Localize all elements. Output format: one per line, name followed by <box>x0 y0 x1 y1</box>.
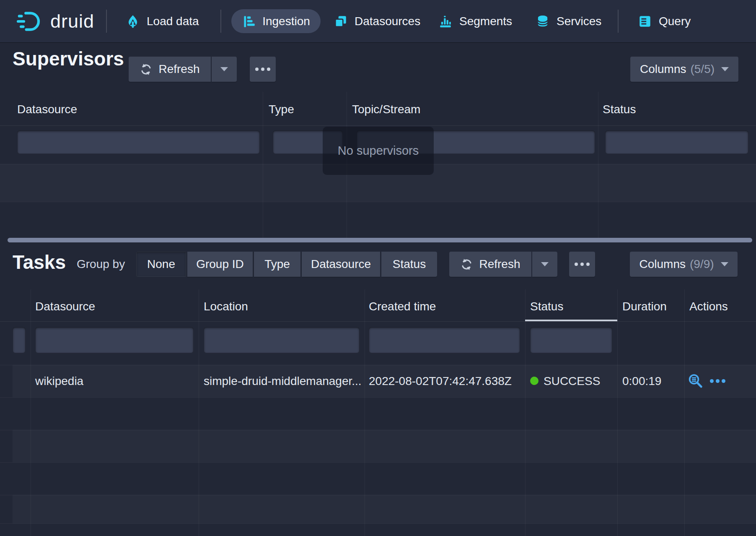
nav-item-segments[interactable]: Segments <box>438 0 512 42</box>
row-divider <box>0 202 756 202</box>
horizontal-scrollbar[interactable] <box>8 238 752 242</box>
gantt-chart-icon <box>242 14 256 29</box>
app-logo-text: druid <box>50 10 94 32</box>
row-divider <box>0 462 756 463</box>
column-header-datasource[interactable]: Datasource <box>35 300 95 313</box>
tasks-more-button[interactable] <box>569 252 595 277</box>
cell-location: simple-druid-middlemanager... <box>204 365 362 397</box>
cell-status: SUCCESS <box>544 365 600 397</box>
group-by-type-button[interactable]: Type <box>254 252 300 277</box>
table-row[interactable]: wikipedia simple-druid-middlemanager... … <box>0 365 756 397</box>
column-header-created-time[interactable]: Created time <box>369 300 436 313</box>
row-divider <box>0 397 756 398</box>
row-stripe <box>13 430 756 462</box>
status-filter-input[interactable] <box>605 130 748 154</box>
row-divider <box>0 523 756 524</box>
refresh-icon <box>140 63 153 76</box>
nav-item-label: Datasources <box>355 15 420 28</box>
column-header-type[interactable]: Type <box>269 103 294 116</box>
database-icon <box>536 14 550 29</box>
chevron-down-icon <box>220 67 228 71</box>
status-filter-input[interactable] <box>530 327 612 353</box>
group-by-label: Group by <box>77 258 125 271</box>
group-by-group-id-button[interactable]: Group ID <box>187 252 253 277</box>
datasource-filter-input[interactable] <box>17 130 260 154</box>
nav-divider <box>220 10 221 33</box>
tasks-refresh-dropdown-button[interactable] <box>532 252 557 277</box>
chevron-down-icon <box>541 262 549 266</box>
column-header-location[interactable]: Location <box>204 300 248 313</box>
task-detail-search-icon[interactable] <box>687 373 703 389</box>
tasks-refresh-button[interactable]: Refresh <box>449 252 531 277</box>
refresh-label: Refresh <box>479 258 520 271</box>
stacked-squares-icon <box>334 14 348 29</box>
row-stripe <box>13 495 756 523</box>
columns-count: (5/5) <box>690 62 715 76</box>
header-divider <box>0 321 756 322</box>
column-header-status[interactable]: Status <box>530 300 563 313</box>
chevron-down-icon <box>721 67 729 71</box>
nav-item-label: Load data <box>147 15 199 28</box>
empty-state-message: No supervisors <box>338 144 419 158</box>
column-header-status[interactable]: Status <box>603 103 636 116</box>
nav-item-label: Query <box>659 15 691 28</box>
supervisors-refresh-button[interactable]: Refresh <box>129 57 211 82</box>
group-by-status-button[interactable]: Status <box>381 252 437 277</box>
task-actions-more-icon[interactable] <box>710 379 725 383</box>
supervisors-table: Datasource Type Topic/Stream Status No s… <box>0 92 756 242</box>
tasks-table: Datasource Location Created time Status … <box>0 289 756 536</box>
empty-state-overlay: No supervisors <box>323 127 434 175</box>
column-header-datasource[interactable]: Datasource <box>17 103 77 116</box>
supervisors-more-button[interactable] <box>250 57 276 82</box>
nav-item-label: Segments <box>459 15 512 28</box>
app-logo[interactable]: druid <box>17 0 94 42</box>
column-header-actions[interactable]: Actions <box>689 300 728 313</box>
top-nav: druid Load data Ingestion Datasources <box>0 0 756 42</box>
tasks-title: Tasks <box>13 251 66 273</box>
datasource-filter-input[interactable] <box>35 327 194 353</box>
nav-item-label: Ingestion <box>262 15 310 28</box>
refresh-label: Refresh <box>158 62 199 76</box>
nav-divider <box>106 10 107 33</box>
nav-item-label: Services <box>557 15 601 28</box>
nav-item-datasources[interactable]: Datasources <box>334 0 420 42</box>
more-icon <box>255 68 270 71</box>
nav-item-query[interactable]: Query <box>638 0 691 42</box>
columns-count: (9/9) <box>690 258 714 271</box>
refresh-icon <box>460 258 473 271</box>
cell-created-time: 2022-08-02T07:42:47.638Z <box>369 365 512 397</box>
column-header-topic-stream[interactable]: Topic/Stream <box>352 103 420 116</box>
nav-divider <box>618 10 619 33</box>
tasks-columns-button[interactable]: Columns (9/9) <box>630 252 738 277</box>
header-divider <box>0 125 756 126</box>
query-document-icon <box>638 14 652 29</box>
created-time-filter-input[interactable] <box>369 327 520 353</box>
task-id-filter-input-clipped[interactable] <box>13 327 26 353</box>
nav-item-ingestion-active[interactable]: Ingestion <box>231 9 321 33</box>
chevron-down-icon <box>721 262 728 266</box>
supervisors-title: Supervisors <box>13 47 124 70</box>
nav-item-load-data[interactable]: Load data <box>126 0 199 42</box>
cell-duration: 0:00:19 <box>622 365 661 397</box>
druid-logo-icon <box>17 10 43 33</box>
group-by-datasource-button[interactable]: Datasource <box>302 252 380 277</box>
column-header-duration[interactable]: Duration <box>622 300 667 313</box>
status-success-dot-icon <box>530 377 539 385</box>
columns-label: Columns <box>640 62 686 76</box>
group-by-none-button[interactable]: None <box>136 252 186 277</box>
more-icon <box>575 263 590 266</box>
location-filter-input[interactable] <box>204 327 360 353</box>
nav-item-services[interactable]: Services <box>536 0 601 42</box>
supervisors-columns-button[interactable]: Columns (5/5) <box>630 57 738 82</box>
load-data-icon <box>126 14 140 29</box>
cell-datasource: wikipedia <box>35 365 83 397</box>
supervisors-refresh-dropdown-button[interactable] <box>212 57 237 82</box>
bar-chart-icon <box>438 14 453 29</box>
columns-label: Columns <box>639 258 685 271</box>
